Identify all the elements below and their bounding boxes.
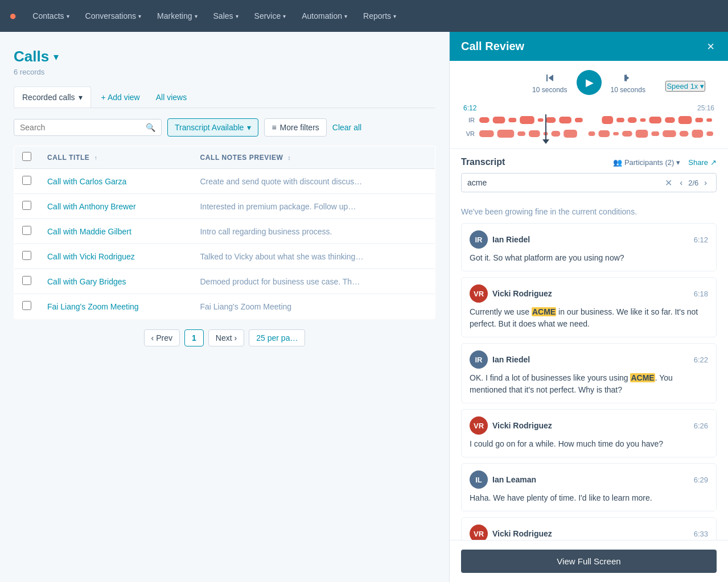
waveform-ir-row[interactable]: IR	[463, 114, 714, 126]
search-prev-button[interactable]: ‹	[677, 177, 686, 188]
add-view-button[interactable]: + Add view	[96, 88, 146, 106]
table-row: Call with Gary Bridges Demoed product fo…	[14, 269, 435, 294]
participants-button[interactable]: 👥 Participants (2) ▾	[613, 158, 680, 167]
nav-contacts[interactable]: Contacts ▾	[26, 7, 76, 25]
col-header-notes: CALL NOTES PREVIEW ↕	[192, 146, 435, 169]
avatar: IR	[470, 350, 488, 369]
search-next-button[interactable]: ›	[701, 177, 710, 188]
waveform-time-end: 25:16	[697, 104, 714, 112]
row-checkbox-cell	[14, 244, 40, 269]
svg-rect-3	[520, 116, 534, 124]
row-checkbox-cell	[14, 269, 40, 294]
search-clear-button[interactable]: ✕	[665, 178, 672, 188]
svg-rect-23	[564, 130, 577, 138]
page-1-button[interactable]: 1	[184, 329, 204, 346]
waveform-vr-label: VR	[463, 130, 475, 137]
nav-service[interactable]: Service ▾	[248, 7, 293, 25]
sort-icon[interactable]: ↑	[94, 154, 97, 161]
nav-sales[interactable]: Sales ▾	[207, 7, 245, 25]
svg-rect-15	[695, 118, 703, 122]
close-button[interactable]: ×	[705, 40, 717, 53]
chevron-down-icon: ▾	[247, 123, 251, 132]
waveform-vr-row[interactable]: VR	[463, 128, 714, 139]
search-icon: 🔍	[146, 123, 155, 132]
svg-rect-33	[706, 131, 713, 136]
prev-page-button[interactable]: ‹ Prev	[144, 329, 180, 346]
row-checkbox[interactable]	[22, 276, 31, 285]
nav-conversations[interactable]: Conversations ▾	[79, 7, 149, 25]
nav-reports[interactable]: Reports ▾	[356, 7, 403, 25]
call-title-link[interactable]: Call with Gary Bridges	[47, 277, 126, 286]
view-tabs: Recorded calls ▾ + Add view All views	[14, 86, 435, 108]
svg-rect-22	[551, 131, 560, 137]
chevron-down-icon: ▾	[700, 82, 704, 90]
svg-rect-6	[559, 117, 571, 123]
row-checkbox-cell	[14, 194, 40, 219]
share-icon: ↗	[710, 158, 717, 167]
svg-rect-25	[598, 130, 610, 137]
sort-icon[interactable]: ↕	[287, 154, 291, 161]
rewind-button[interactable]: 10 seconds	[532, 71, 567, 94]
select-all-checkbox[interactable]	[22, 152, 31, 161]
transcript-message: VR Vicki Rodriguez 6:33 I guess that's w…	[461, 517, 717, 540]
filter-icon: ≡	[272, 123, 276, 132]
forward-button[interactable]: 10 seconds	[611, 71, 645, 94]
nav-marketing[interactable]: Marketing ▾	[150, 7, 204, 25]
clear-all-button[interactable]: Clear all	[332, 123, 361, 132]
waveform-ir-track[interactable]	[478, 114, 714, 126]
share-button[interactable]: Share ↗	[688, 158, 717, 167]
svg-rect-20	[529, 130, 540, 137]
svg-rect-0	[479, 117, 490, 123]
transcript-title: Transcript	[461, 157, 505, 167]
left-panel: Calls ▾ 6 records Recorded calls ▾ + Add…	[0, 32, 449, 582]
chevron-down-icon: ▾	[344, 13, 347, 19]
tab-recorded-calls[interactable]: Recorded calls ▾	[14, 86, 91, 108]
message-header: IL Ian Leaman 6:29	[470, 470, 708, 489]
call-title-cell: Fai Liang's Zoom Meeting	[39, 294, 192, 319]
message-time: 6:33	[694, 530, 708, 538]
call-title-link[interactable]: Call with Carlos Garza	[47, 177, 126, 186]
avatar: VR	[470, 416, 488, 435]
svg-rect-14	[678, 116, 692, 124]
col-header-title: CALL TITLE ↑	[39, 146, 192, 169]
chevron-down-icon: ▾	[67, 13, 69, 19]
nav-automation[interactable]: Automation ▾	[295, 7, 354, 25]
avatar: VR	[470, 525, 488, 540]
search-box[interactable]: 🔍	[14, 119, 162, 136]
search-input[interactable]	[20, 123, 141, 132]
next-page-button[interactable]: Next ›	[208, 329, 244, 346]
page-title-row: Calls ▾	[14, 48, 435, 65]
per-page-button[interactable]: 25 per pa…	[249, 329, 305, 346]
message-header: VR Vicki Rodriguez 6:33	[470, 525, 708, 540]
row-checkbox[interactable]	[22, 251, 31, 260]
call-title-link[interactable]: Call with Anthony Brewer	[47, 202, 136, 211]
row-checkbox[interactable]	[22, 226, 31, 235]
participants-icon: 👥	[613, 158, 622, 167]
row-checkbox[interactable]	[22, 301, 31, 310]
all-views-button[interactable]: All views	[150, 88, 192, 106]
message-speaker: Ian Riedel	[492, 235, 689, 244]
svg-rect-5	[546, 117, 556, 123]
chevron-down-icon: ▾	[236, 13, 238, 19]
call-title-link[interactable]: Call with Maddie Gilbert	[47, 227, 131, 236]
svg-rect-12	[649, 117, 661, 123]
svg-rect-8	[602, 116, 613, 124]
message-text: Haha. We have plenty of time. I'd like t…	[470, 492, 708, 504]
transcript-search-input[interactable]	[467, 178, 660, 187]
call-title-link[interactable]: Fai Liang's Zoom Meeting	[47, 302, 139, 311]
message-speaker: Vicki Rodriguez	[492, 529, 689, 538]
page-title-dropdown-icon[interactable]: ▾	[54, 51, 59, 63]
waveform-vr-track[interactable]	[478, 128, 714, 139]
row-checkbox[interactable]	[22, 176, 31, 185]
search-navigation: ‹ 2/6 ›	[677, 177, 710, 188]
speed-button[interactable]: Speed 1x ▾	[665, 81, 705, 92]
row-checkbox[interactable]	[22, 201, 31, 210]
avatar: VR	[470, 284, 488, 303]
chevron-right-icon: ›	[235, 333, 237, 342]
more-filters-button[interactable]: ≡ More filters	[264, 118, 326, 137]
transcript-search-box[interactable]: ✕ ‹ 2/6 ›	[461, 173, 717, 192]
call-title-link[interactable]: Call with Vicki Rodriguez	[47, 252, 135, 261]
view-full-screen-button[interactable]: View Full Screen	[461, 550, 717, 573]
transcript-filter-button[interactable]: Transcript Available ▾	[167, 118, 258, 137]
play-button[interactable]: ▶	[577, 70, 602, 95]
